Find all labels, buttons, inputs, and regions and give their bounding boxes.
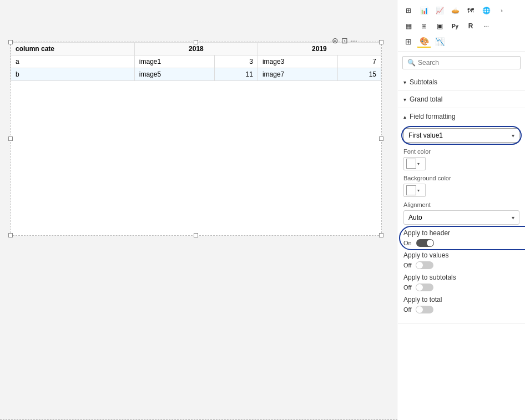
grand-total-label: Grand total xyxy=(410,95,442,103)
grand-total-header[interactable]: ▾ Grand total xyxy=(398,91,525,108)
apply-to-total-toggle-row: Off xyxy=(403,306,519,313)
alignment-label: Alignment xyxy=(403,201,519,208)
resize-handle-b[interactable] xyxy=(194,233,198,237)
table-row: a image1 3 image3 7 xyxy=(11,55,381,68)
resize-handle-r[interactable] xyxy=(379,136,383,141)
cat-cell: b xyxy=(11,68,135,81)
subtotals-chevron: ▾ xyxy=(403,79,406,85)
field-formatting-header[interactable]: ▴ Field formatting xyxy=(398,108,525,125)
search-box[interactable]: 🔍 xyxy=(402,56,521,69)
toolbar-icons-row1: ⊞ 📊 📈 🥧 🗺 🌐 › xyxy=(401,4,522,17)
map-icon[interactable]: 🗺 xyxy=(463,4,478,17)
right-panel: ⊞ 📊 📈 🥧 🗺 🌐 › ▦ ⊞ ▣ Py R ··· ⊞ 🎨 📉 🔍 xyxy=(397,0,525,420)
grand-total-section: ▾ Grand total xyxy=(398,91,525,108)
toolbar-row3: ⊞ 🎨 📉 xyxy=(401,36,522,48)
ellipsis-icon[interactable]: ··· xyxy=(479,20,493,32)
resize-handle-bl[interactable] xyxy=(8,233,13,237)
apply-to-values-toggle[interactable] xyxy=(416,261,433,269)
apply-to-values-row: Apply to values Off xyxy=(403,251,519,269)
table-widget: column cate 2018 2019 a image1 3 image3 … xyxy=(10,42,382,236)
grid-small-icon[interactable]: ⊞ xyxy=(401,4,416,17)
r-icon[interactable]: R xyxy=(463,20,478,32)
subtotals-header[interactable]: ▾ Subtotals xyxy=(398,74,525,90)
apply-to-subtotals-toggle-row: Off xyxy=(403,284,519,291)
bg-color-label: Background color xyxy=(403,175,519,181)
apply-to-header-label: Apply to header xyxy=(403,229,519,237)
apply-to-subtotals-label: Apply to subtotals xyxy=(403,274,519,281)
val1-cell: 3 xyxy=(215,55,258,68)
data-table: column cate 2018 2019 a image1 3 image3 … xyxy=(11,42,381,81)
toolbar-icons-row2: ▦ ⊞ ▣ Py R ··· xyxy=(401,20,522,32)
globe-icon[interactable]: 🌐 xyxy=(479,4,493,17)
chart-area-icon[interactable]: 📈 xyxy=(432,4,447,17)
more-icon-row1[interactable]: › xyxy=(494,4,509,17)
apply-to-values-toggle-row: Off xyxy=(403,261,519,269)
resize-handle-t[interactable] xyxy=(194,40,198,44)
alignment-dropdown[interactable]: Auto ▾ xyxy=(403,210,519,225)
apply-to-header-state: On xyxy=(403,240,412,246)
table-icon[interactable]: ▦ xyxy=(401,20,416,32)
field-formatting-section: ▴ Field formatting First value1 ▾ Font c… xyxy=(398,108,525,324)
apply-to-subtotals-row: Apply to subtotals Off xyxy=(403,274,519,291)
search-input[interactable] xyxy=(418,59,516,67)
analytics-icon[interactable]: 📉 xyxy=(432,36,447,48)
apply-to-header-row: Apply to header On xyxy=(403,229,519,247)
apply-to-total-state: Off xyxy=(403,306,411,313)
alignment-chevron: ▾ xyxy=(512,215,514,221)
resize-handle-tl[interactable] xyxy=(8,40,13,44)
img1-cell: image5 xyxy=(134,68,214,81)
search-icon: 🔍 xyxy=(407,59,416,67)
year2-header: 2019 xyxy=(258,43,381,55)
chart-bar-icon[interactable]: 📊 xyxy=(417,4,431,17)
grand-total-chevron: ▾ xyxy=(403,97,406,103)
img2-cell: image3 xyxy=(258,55,337,68)
bg-color-button[interactable]: ▾ xyxy=(403,184,426,197)
filter-icon[interactable]: ⊜ xyxy=(332,36,339,45)
field-formatting-content: First value1 ▾ Font color ▾ Background c… xyxy=(398,125,525,323)
col-header: column cate xyxy=(11,43,135,55)
apply-to-total-toggle[interactable] xyxy=(416,306,433,313)
apply-to-subtotals-state: Off xyxy=(403,284,411,291)
fields-icon[interactable]: ⊞ xyxy=(401,36,416,48)
more-icon[interactable]: ··· xyxy=(351,36,357,45)
font-color-swatch xyxy=(406,159,416,169)
alignment-value: Auto xyxy=(408,214,422,221)
format-icon[interactable]: 🎨 xyxy=(417,36,431,48)
img1-cell: image1 xyxy=(134,55,214,68)
font-color-label: Font color xyxy=(403,148,519,155)
apply-to-total-label: Apply to total xyxy=(403,296,519,303)
val2-cell: 15 xyxy=(338,68,381,81)
subtotals-section: ▾ Subtotals xyxy=(398,74,525,91)
field-formatting-chevron: ▴ xyxy=(403,114,406,120)
cat-cell: a xyxy=(11,55,135,68)
field-formatting-label: Field formatting xyxy=(410,113,456,120)
field-dropdown[interactable]: First value1 ▾ xyxy=(403,128,519,143)
focus-icon[interactable]: ⊡ xyxy=(341,36,348,45)
chart-pie-icon[interactable]: 🥧 xyxy=(448,4,462,17)
main-canvas: ⊜ ⊡ ··· column cate 2018 xyxy=(0,0,397,420)
resize-handle-tr[interactable] xyxy=(379,40,383,44)
field-dropdown-chevron: ▾ xyxy=(512,133,514,139)
bg-color-swatch xyxy=(406,185,416,195)
resize-handle-l[interactable] xyxy=(8,136,13,141)
apply-to-values-state: Off xyxy=(403,262,411,269)
card-icon[interactable]: ▣ xyxy=(432,20,447,32)
table-row: b image5 11 image7 15 xyxy=(11,68,381,81)
resize-handle-br[interactable] xyxy=(379,233,383,237)
apply-to-values-label: Apply to values xyxy=(403,251,519,259)
apply-to-header-toggle[interactable] xyxy=(416,239,434,247)
val1-cell: 11 xyxy=(215,68,258,81)
subtotals-label: Subtotals xyxy=(410,78,437,86)
img2-cell: image7 xyxy=(258,68,337,81)
font-color-button[interactable]: ▾ xyxy=(403,157,426,170)
apply-to-subtotals-toggle[interactable] xyxy=(416,284,433,291)
python-icon[interactable]: Py xyxy=(448,20,462,32)
apply-to-total-row: Apply to total Off xyxy=(403,296,519,313)
matrix-icon[interactable]: ⊞ xyxy=(417,20,431,32)
field-dropdown-value: First value1 xyxy=(408,131,443,139)
panel-toolbar: ⊞ 📊 📈 🥧 🗺 🌐 › ▦ ⊞ ▣ Py R ··· ⊞ 🎨 📉 xyxy=(398,0,525,52)
apply-to-header-toggle-row: On xyxy=(403,239,519,247)
font-color-arrow: ▾ xyxy=(417,161,420,166)
val2-cell: 7 xyxy=(338,55,381,68)
bg-color-arrow: ▾ xyxy=(417,188,420,193)
